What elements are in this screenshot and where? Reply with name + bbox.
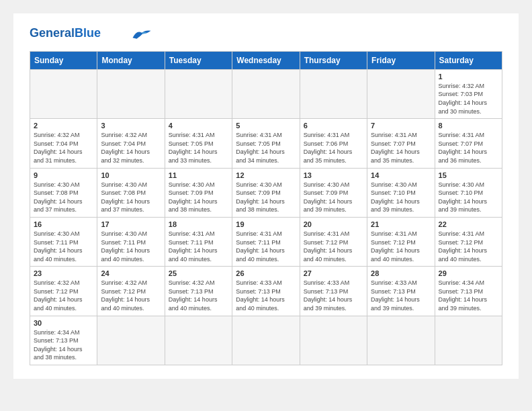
day-number: 21: [371, 220, 431, 228]
day-info: Sunrise: 4:30 AMSunset: 7:09 PMDaylight:…: [236, 181, 296, 214]
calendar-cell: 17Sunrise: 4:30 AMSunset: 7:11 PMDayligh…: [97, 217, 165, 266]
calendar-cell: 5Sunrise: 4:31 AMSunset: 7:05 PMDaylight…: [232, 119, 300, 168]
day-number: 27: [304, 269, 363, 277]
calendar-cell: 12Sunrise: 4:30 AMSunset: 7:09 PMDayligh…: [232, 168, 300, 217]
logo-text: GeneralBlue: [30, 27, 101, 40]
logo-general: General: [30, 26, 75, 40]
day-number: 12: [236, 171, 296, 179]
logo-blue: Blue: [75, 26, 101, 40]
logo-bird-icon: [132, 28, 152, 40]
calendar-week-2: 2Sunrise: 4:32 AMSunset: 7:04 PMDaylight…: [30, 119, 502, 168]
day-number: 13: [304, 171, 363, 179]
calendar-dow-tuesday: Tuesday: [165, 51, 232, 69]
calendar-cell: 11Sunrise: 4:30 AMSunset: 7:09 PMDayligh…: [165, 168, 232, 217]
calendar-cell: 13Sunrise: 4:30 AMSunset: 7:09 PMDayligh…: [300, 168, 367, 217]
day-number: 14: [371, 171, 431, 179]
day-info: Sunrise: 4:31 AMSunset: 7:05 PMDaylight:…: [169, 131, 228, 165]
calendar-cell: 6Sunrise: 4:31 AMSunset: 7:06 PMDaylight…: [300, 119, 367, 168]
day-info: Sunrise: 4:30 AMSunset: 7:10 PMDaylight:…: [371, 181, 431, 214]
calendar-cell: 25Sunrise: 4:32 AMSunset: 7:13 PMDayligh…: [165, 267, 232, 316]
day-number: 3: [101, 122, 161, 130]
calendar-table: SundayMondayTuesdayWednesdayThursdayFrid…: [30, 51, 502, 365]
day-number: 5: [236, 122, 296, 130]
day-info: Sunrise: 4:31 AMSunset: 7:12 PMDaylight:…: [304, 230, 363, 263]
logo: GeneralBlue: [30, 27, 152, 40]
day-number: 26: [236, 269, 296, 277]
day-info: Sunrise: 4:32 AMSunset: 7:04 PMDaylight:…: [34, 131, 93, 165]
day-number: 7: [371, 122, 431, 130]
day-info: Sunrise: 4:31 AMSunset: 7:06 PMDaylight:…: [304, 131, 363, 165]
calendar-cell: [97, 69, 165, 118]
day-number: 24: [101, 269, 161, 277]
calendar-cell: [30, 69, 97, 118]
day-info: Sunrise: 4:31 AMSunset: 7:12 PMDaylight:…: [371, 230, 431, 263]
calendar-week-5: 23Sunrise: 4:32 AMSunset: 7:12 PMDayligh…: [30, 267, 502, 316]
calendar-cell: 3Sunrise: 4:32 AMSunset: 7:04 PMDaylight…: [97, 119, 165, 168]
calendar-cell: 9Sunrise: 4:30 AMSunset: 7:08 PMDaylight…: [30, 168, 97, 217]
calendar-cell: 21Sunrise: 4:31 AMSunset: 7:12 PMDayligh…: [367, 217, 435, 266]
day-number: 25: [169, 269, 228, 277]
calendar-cell: 27Sunrise: 4:33 AMSunset: 7:13 PMDayligh…: [300, 267, 367, 316]
calendar-cell: 4Sunrise: 4:31 AMSunset: 7:05 PMDaylight…: [165, 119, 232, 168]
calendar-cell: 24Sunrise: 4:32 AMSunset: 7:12 PMDayligh…: [97, 267, 165, 316]
day-number: 15: [439, 171, 498, 179]
calendar-cell: 7Sunrise: 4:31 AMSunset: 7:07 PMDaylight…: [367, 119, 435, 168]
day-number: 1: [439, 73, 498, 81]
day-number: 11: [169, 171, 228, 179]
calendar-cell: 16Sunrise: 4:30 AMSunset: 7:11 PMDayligh…: [30, 217, 97, 266]
calendar-header-row: SundayMondayTuesdayWednesdayThursdayFrid…: [30, 51, 502, 69]
calendar-dow-thursday: Thursday: [300, 51, 367, 69]
calendar-cell: [97, 316, 165, 365]
day-number: 4: [169, 122, 228, 130]
calendar-dow-sunday: Sunday: [30, 51, 97, 69]
calendar-cell: [232, 69, 300, 118]
calendar-cell: [300, 69, 367, 118]
day-number: 18: [169, 220, 228, 228]
day-info: Sunrise: 4:30 AMSunset: 7:08 PMDaylight:…: [101, 181, 161, 214]
calendar-cell: [165, 69, 232, 118]
day-info: Sunrise: 4:31 AMSunset: 7:11 PMDaylight:…: [236, 230, 296, 263]
calendar-week-1: 1Sunrise: 4:32 AMSunset: 7:03 PMDaylight…: [30, 69, 502, 118]
calendar-week-6: 30Sunrise: 4:34 AMSunset: 7:13 PMDayligh…: [30, 316, 502, 365]
calendar-cell: 26Sunrise: 4:33 AMSunset: 7:13 PMDayligh…: [232, 267, 300, 316]
day-number: 23: [34, 269, 93, 277]
calendar-cell: 28Sunrise: 4:33 AMSunset: 7:13 PMDayligh…: [367, 267, 435, 316]
calendar-cell: [165, 316, 232, 365]
calendar-dow-friday: Friday: [367, 51, 435, 69]
day-info: Sunrise: 4:33 AMSunset: 7:13 PMDaylight:…: [371, 279, 431, 312]
day-number: 30: [34, 319, 93, 327]
calendar-cell: 10Sunrise: 4:30 AMSunset: 7:08 PMDayligh…: [97, 168, 165, 217]
calendar-cell: 20Sunrise: 4:31 AMSunset: 7:12 PMDayligh…: [300, 217, 367, 266]
day-info: Sunrise: 4:31 AMSunset: 7:12 PMDaylight:…: [439, 230, 498, 263]
day-number: 29: [439, 269, 498, 277]
day-number: 9: [34, 171, 93, 179]
calendar-cell: 23Sunrise: 4:32 AMSunset: 7:12 PMDayligh…: [30, 267, 97, 316]
day-number: 22: [439, 220, 498, 228]
day-info: Sunrise: 4:30 AMSunset: 7:09 PMDaylight:…: [169, 181, 228, 214]
day-info: Sunrise: 4:32 AMSunset: 7:13 PMDaylight:…: [169, 279, 228, 312]
calendar-dow-saturday: Saturday: [435, 51, 502, 69]
calendar-cell: 18Sunrise: 4:31 AMSunset: 7:11 PMDayligh…: [165, 217, 232, 266]
calendar-cell: [232, 316, 300, 365]
day-info: Sunrise: 4:31 AMSunset: 7:07 PMDaylight:…: [371, 131, 431, 165]
calendar-week-3: 9Sunrise: 4:30 AMSunset: 7:08 PMDaylight…: [30, 168, 502, 217]
day-number: 10: [101, 171, 161, 179]
day-number: 19: [236, 220, 296, 228]
calendar-cell: 30Sunrise: 4:34 AMSunset: 7:13 PMDayligh…: [30, 316, 97, 365]
header: GeneralBlue: [30, 27, 502, 40]
day-number: 2: [34, 122, 93, 130]
day-number: 20: [304, 220, 363, 228]
calendar-cell: 22Sunrise: 4:31 AMSunset: 7:12 PMDayligh…: [435, 217, 502, 266]
day-info: Sunrise: 4:33 AMSunset: 7:13 PMDaylight:…: [236, 279, 296, 312]
day-info: Sunrise: 4:32 AMSunset: 7:12 PMDaylight:…: [34, 279, 93, 312]
calendar-dow-wednesday: Wednesday: [232, 51, 300, 69]
day-info: Sunrise: 4:30 AMSunset: 7:08 PMDaylight:…: [34, 181, 93, 214]
day-info: Sunrise: 4:30 AMSunset: 7:11 PMDaylight:…: [101, 230, 161, 263]
calendar-cell: 1Sunrise: 4:32 AMSunset: 7:03 PMDaylight…: [435, 69, 502, 118]
day-number: 8: [439, 122, 498, 130]
calendar-cell: [367, 316, 435, 365]
day-info: Sunrise: 4:32 AMSunset: 7:12 PMDaylight:…: [101, 279, 161, 312]
calendar-dow-monday: Monday: [97, 51, 165, 69]
day-info: Sunrise: 4:31 AMSunset: 7:07 PMDaylight:…: [439, 131, 498, 165]
day-number: 17: [101, 220, 161, 228]
